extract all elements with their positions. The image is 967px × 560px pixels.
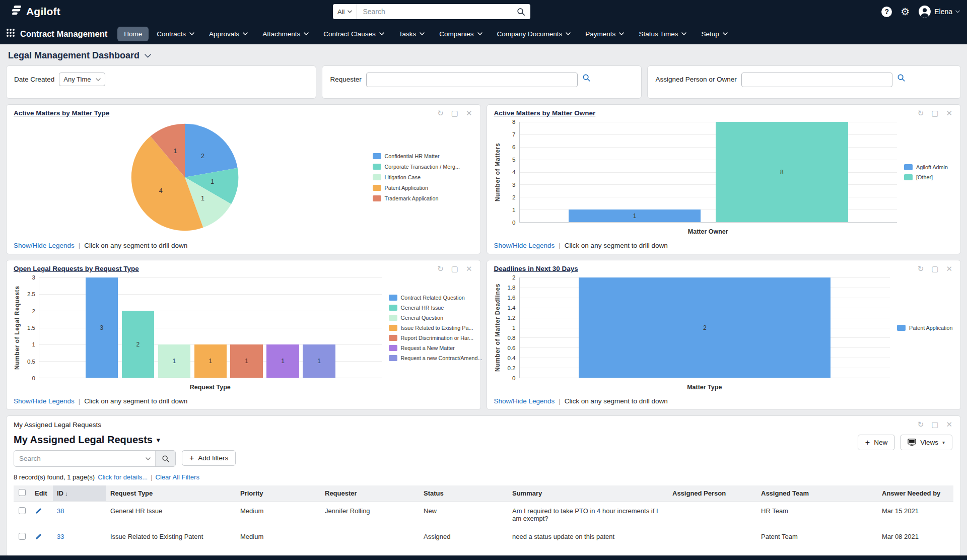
- legend-item-general-question[interactable]: General Question: [389, 315, 473, 321]
- nav-item-home[interactable]: Home: [117, 27, 149, 41]
- row-checkbox[interactable]: [19, 533, 26, 540]
- nav-item-company-documents[interactable]: Company Documents: [491, 27, 578, 41]
- nav-item-tasks[interactable]: Tasks: [392, 27, 432, 41]
- bar-other[interactable]: 8: [716, 122, 848, 222]
- column-header-assigned-team[interactable]: Assigned Team: [757, 485, 878, 501]
- pie-chart[interactable]: 21141: [127, 120, 242, 235]
- legend-item-request-a-new-contract-amend[interactable]: Request a new Contract/Amend...: [389, 355, 473, 361]
- bar-contract-related-question[interactable]: 3: [86, 277, 118, 378]
- refresh-icon[interactable]: ↻: [918, 420, 924, 429]
- legend-item-report-discrimination-or-har[interactable]: Report Discrimination or Har...: [389, 335, 473, 341]
- help-icon[interactable]: ?: [881, 7, 892, 17]
- maximize-icon[interactable]: ▢: [451, 109, 458, 118]
- column-header-priority[interactable]: Priority: [236, 485, 321, 501]
- close-icon[interactable]: ✕: [946, 109, 952, 118]
- show-hide-legends-link[interactable]: Show/Hide Legends: [14, 397, 75, 405]
- details-link[interactable]: Click for details...: [98, 473, 148, 481]
- bar-agiloft-admin[interactable]: 1: [569, 209, 701, 222]
- refresh-icon[interactable]: ↻: [437, 264, 444, 273]
- bar-patent-application[interactable]: 2: [579, 277, 831, 378]
- pie-slice-confidential-hr-matter[interactable]: [185, 124, 238, 177]
- nav-item-companies[interactable]: Companies: [433, 27, 489, 41]
- legend-item-litigation-case[interactable]: Litigation Case: [373, 174, 473, 180]
- legend-item-other[interactable]: [Other]: [904, 174, 953, 180]
- column-header-assigned-person[interactable]: Assigned Person: [668, 485, 757, 501]
- search-dropdown-chevron-icon[interactable]: [146, 451, 155, 466]
- table-search-icon[interactable]: [155, 451, 175, 466]
- legend-item-request-a-new-matter[interactable]: Request a New Matter: [389, 345, 473, 351]
- bar-issue-related-to-existing-pa[interactable]: 1: [194, 344, 227, 378]
- legend-item-patent-application[interactable]: Patent Application: [897, 325, 953, 331]
- clear-all-filters-link[interactable]: Clear All Filters: [156, 473, 199, 481]
- legend-item-trademark-application[interactable]: Trademark Application: [373, 195, 473, 201]
- nav-item-status-times[interactable]: Status Times: [632, 27, 693, 41]
- nav-item-contract-clauses[interactable]: Contract Clauses: [317, 27, 391, 41]
- bar-request-a-new-matter[interactable]: 1: [266, 344, 299, 378]
- table-row-33[interactable]: 33Issue Related to Existing PatentMedium…: [14, 527, 953, 546]
- refresh-icon[interactable]: ↻: [437, 109, 444, 118]
- app-launcher-icon[interactable]: [6, 28, 15, 39]
- nav-item-setup[interactable]: Setup: [695, 27, 734, 41]
- chart-title-link[interactable]: Deadlines in Next 30 Days: [494, 265, 578, 272]
- maximize-icon[interactable]: ▢: [931, 420, 938, 429]
- close-icon[interactable]: ✕: [946, 264, 952, 273]
- legend-item-contract-related-question[interactable]: Contract Related Question: [389, 295, 473, 301]
- column-header-edit[interactable]: Edit: [31, 485, 53, 501]
- bar-request-a-new-contract-amend[interactable]: 1: [303, 344, 335, 378]
- edit-cell[interactable]: [31, 501, 53, 527]
- chart-title-link[interactable]: Open Legal Requests by Request Type: [14, 265, 139, 272]
- chart-title-link[interactable]: Active Matters by Matter Owner: [494, 109, 596, 117]
- legend-item-corporate-transaction-merg[interactable]: Corporate Transaction / Merg...: [373, 164, 473, 170]
- column-header-status[interactable]: Status: [420, 485, 508, 501]
- table-row-38[interactable]: 38General HR IssueMediumJennifer Rolling…: [14, 501, 953, 527]
- column-header-answer-needed-by[interactable]: Answer Needed by: [878, 485, 953, 501]
- select-all-checkbox[interactable]: [19, 489, 26, 496]
- table-heading[interactable]: My Assigned Legal Requests ▾: [14, 434, 160, 446]
- nav-item-payments[interactable]: Payments: [579, 27, 631, 41]
- legend-item-issue-related-to-existing-pa[interactable]: Issue Related to Existing Pa...: [389, 325, 473, 331]
- bar-general-hr-issue[interactable]: 2: [122, 311, 154, 378]
- date-created-select[interactable]: Any Time: [59, 73, 105, 86]
- edit-cell[interactable]: [31, 527, 53, 546]
- close-icon[interactable]: ✕: [466, 264, 472, 273]
- gear-icon[interactable]: ⚙: [901, 7, 910, 17]
- record-id-link[interactable]: 33: [57, 533, 64, 540]
- search-icon[interactable]: [511, 4, 530, 19]
- legend-item-general-hr-issue[interactable]: General HR Issue: [389, 305, 473, 311]
- refresh-icon[interactable]: ↻: [918, 264, 924, 273]
- record-id-link[interactable]: 38: [57, 507, 64, 515]
- requester-search-icon[interactable]: [582, 74, 591, 84]
- nav-item-approvals[interactable]: Approvals: [202, 27, 254, 41]
- global-search-input[interactable]: [357, 8, 511, 16]
- close-icon[interactable]: ✕: [466, 109, 472, 118]
- column-header-id[interactable]: ID ↓: [53, 485, 106, 501]
- column-header-summary[interactable]: Summary: [508, 485, 668, 501]
- show-hide-legends-link[interactable]: Show/Hide Legends: [14, 242, 75, 249]
- dashboard-select-chevron-icon[interactable]: [145, 54, 151, 58]
- column-header-requester[interactable]: Requester: [321, 485, 420, 501]
- maximize-icon[interactable]: ▢: [451, 264, 458, 273]
- agiloft-logo[interactable]: Agiloft: [8, 5, 60, 19]
- maximize-icon[interactable]: ▢: [931, 109, 938, 118]
- assigned-person-input[interactable]: [741, 73, 892, 87]
- legend-item-agiloft-admin[interactable]: Agiloft Admin: [904, 164, 953, 170]
- close-icon[interactable]: ✕: [946, 420, 952, 429]
- nav-item-attachments[interactable]: Attachments: [256, 27, 315, 41]
- add-filters-button[interactable]: + Add filters: [182, 450, 236, 466]
- assigned-person-search-icon[interactable]: [897, 74, 906, 84]
- user-menu[interactable]: Elena: [918, 5, 960, 18]
- bar-report-discrimination-or-har[interactable]: 1: [230, 344, 262, 378]
- search-scope-select[interactable]: All: [333, 4, 357, 19]
- show-hide-legends-link[interactable]: Show/Hide Legends: [494, 397, 555, 405]
- refresh-icon[interactable]: ↻: [918, 109, 924, 118]
- new-button[interactable]: + New: [858, 435, 895, 450]
- column-header-request-type[interactable]: Request Type: [106, 485, 236, 501]
- legend-item-confidential-hr-matter[interactable]: Confidential HR Matter: [373, 153, 473, 159]
- show-hide-legends-link[interactable]: Show/Hide Legends: [494, 242, 555, 249]
- bar-general-question[interactable]: 1: [158, 344, 190, 378]
- table-search-input[interactable]: [14, 451, 146, 466]
- requester-input[interactable]: [366, 73, 578, 87]
- views-button[interactable]: Views ▾: [900, 435, 952, 450]
- legend-item-patent-application[interactable]: Patent Application: [373, 185, 473, 191]
- nav-item-contracts[interactable]: Contracts: [150, 27, 201, 41]
